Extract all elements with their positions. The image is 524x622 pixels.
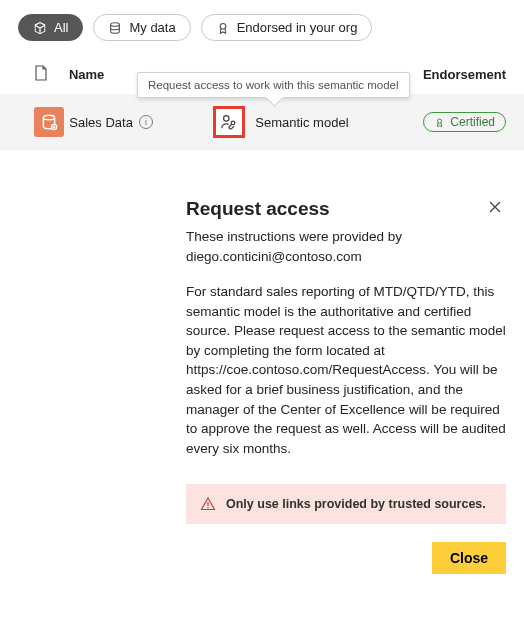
warning-text: Only use links provided by trusted sourc… [226, 497, 486, 511]
request-access-panel: Request access These instructions were p… [186, 196, 506, 574]
row-name: Sales Data [69, 115, 133, 130]
filter-my-data-label: My data [129, 20, 175, 35]
panel-provided-by: These instructions were provided by dieg… [186, 227, 506, 266]
svg-point-5 [207, 507, 208, 508]
info-icon[interactable]: i [139, 115, 153, 129]
panel-header: Request access [186, 196, 506, 227]
column-icon [34, 65, 69, 84]
close-icon[interactable] [484, 196, 506, 221]
person-key-icon [220, 113, 238, 131]
panel-title: Request access [186, 198, 330, 220]
row-type: Semantic model [255, 115, 348, 130]
filter-bar: All My data Endorsed in your org [0, 0, 524, 55]
row-endorsement-cell: Certified [423, 112, 506, 132]
panel-body: For standard sales reporting of MTD/QTD/… [186, 282, 506, 458]
row-type-cell: Semantic model [213, 106, 423, 138]
cube-icon [33, 21, 47, 35]
svg-point-2 [224, 116, 229, 121]
close-button[interactable]: Close [432, 542, 506, 574]
svg-point-0 [220, 23, 226, 29]
filter-endorsed[interactable]: Endorsed in your org [201, 14, 373, 41]
warning-icon [200, 496, 216, 512]
certified-label: Certified [450, 115, 495, 129]
column-endorsement[interactable]: Endorsement [423, 67, 506, 82]
filter-all-label: All [54, 20, 68, 35]
row-name-cell: Sales Data i [69, 115, 213, 130]
table-row[interactable]: Sales Data i Semantic model Certified [0, 94, 524, 150]
filter-all[interactable]: All [18, 14, 83, 41]
svg-point-3 [232, 121, 236, 125]
request-access-button[interactable] [213, 106, 245, 138]
certified-badge: Certified [423, 112, 506, 132]
panel-footer: Close [186, 542, 506, 574]
filter-my-data[interactable]: My data [93, 14, 190, 41]
semantic-model-icon [34, 107, 64, 137]
ribbon-icon [434, 117, 445, 128]
trusted-sources-warning: Only use links provided by trusted sourc… [186, 484, 506, 524]
database-icon [108, 21, 122, 35]
svg-point-4 [438, 119, 442, 123]
request-access-tooltip: Request access to work with this semanti… [137, 72, 410, 98]
filter-endorsed-label: Endorsed in your org [237, 20, 358, 35]
ribbon-icon [216, 21, 230, 35]
row-icon-cell [34, 107, 69, 137]
